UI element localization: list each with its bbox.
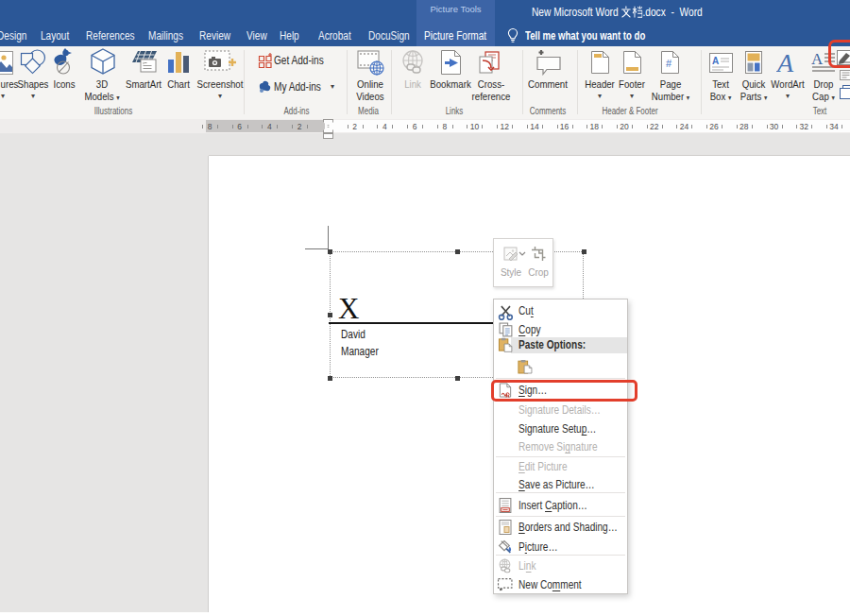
svg-text:A: A	[811, 51, 824, 68]
svg-text:A: A	[712, 56, 719, 66]
svg-text:#: #	[666, 58, 672, 69]
svg-text:A: A	[776, 50, 794, 75]
